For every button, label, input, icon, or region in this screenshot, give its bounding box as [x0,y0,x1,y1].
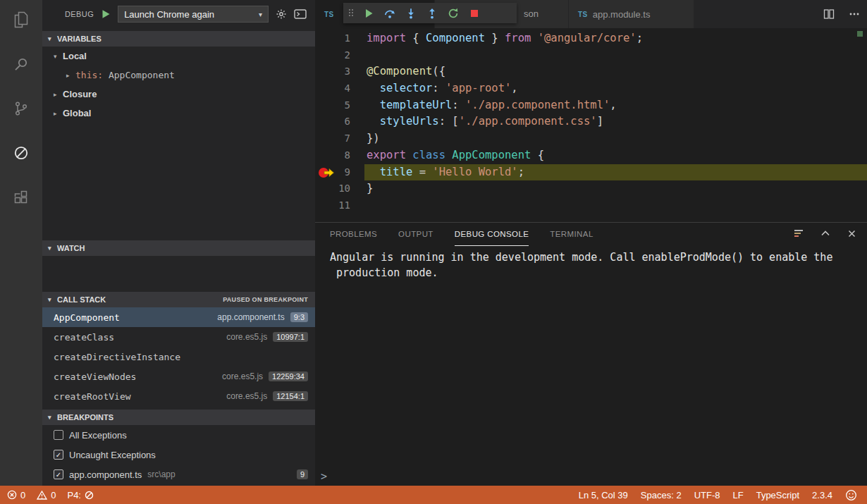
start-debug-button[interactable] [101,9,111,19]
debug-status-badge: PAUSED ON BREAKPOINT [223,296,308,303]
breakpoint-checkbox[interactable] [54,430,63,440]
gutter: 1 [315,30,350,47]
clear-console-icon[interactable] [793,228,804,239]
editor-area: TS son TS app.module.ts [315,0,867,486]
frame-position-badge: 10997:1 [273,332,308,342]
feedback-smiley-icon[interactable] [845,489,857,501]
line-number: 4 [345,80,350,97]
split-editor-icon[interactable] [823,8,835,20]
frame-name: createViewNodes [54,371,222,382]
call-stack-frame[interactable]: createDirectiveInstance [42,347,315,367]
status-item[interactable]: Ln 5, Col 39 [579,490,628,500]
maximize-panel-icon[interactable] [820,228,831,239]
line-number: 1 [345,30,350,47]
launch-config-dropdown[interactable]: Launch Chrome again ▾ [118,6,269,23]
source-control-icon[interactable] [11,99,31,118]
debug-toolbar-buttons [360,5,483,22]
status-item[interactable]: UTF-8 [694,490,720,500]
breakpoint-row[interactable]: ✓app.component.tssrc\app9 [42,465,315,484]
step-over-button[interactable] [381,5,398,22]
watch-section-header[interactable]: ▾ WATCH [42,240,315,256]
status-item[interactable]: 2.3.4 [812,490,832,500]
line-number: 10 [338,180,350,197]
errors-indicator[interactable]: 0 [7,490,25,500]
code-line[interactable]: 2 [315,47,867,64]
stop-button[interactable] [466,5,483,22]
restart-button[interactable] [445,5,462,22]
token: ; [637,32,643,44]
search-icon[interactable] [11,54,31,74]
breakpoints-section-header[interactable]: ▾ BREAKPOINTS [42,410,315,425]
token: , [511,82,517,94]
variables-scope-row[interactable]: ▸Closure [42,85,315,104]
line-number: 11 [338,197,350,214]
status-bar-right: Ln 5, Col 39Spaces: 2UTF-8LFTypeScript2.… [579,489,860,501]
toolbar-drag-handle[interactable] [349,9,355,18]
code-text: selector: 'app-root', [364,80,867,97]
code-line[interactable]: 5 templateUrl: './app.component.html', [315,97,867,114]
frame-name: createDirectiveInstance [54,352,308,362]
typescript-file-icon: TS [578,11,588,18]
call-stack-frame[interactable]: AppComponentapp.component.ts9:3 [42,307,315,327]
status-item[interactable]: TypeScript [756,490,799,500]
console-line: production mode. [330,266,867,281]
code-line[interactable]: 9 title = 'Hello World'; [315,164,867,181]
panel-tab-problems[interactable]: PROBLEMS [330,223,377,246]
call-stack-section-header[interactable]: ▾ CALL STACK PAUSED ON BREAKPOINT [42,292,315,307]
gutter: 3 [315,63,350,80]
token: } [485,32,505,44]
debug-console-input[interactable]: > [315,467,867,486]
panel-tab-terminal[interactable]: TERMINAL [550,223,593,246]
breakpoint-checkbox[interactable]: ✓ [54,469,63,479]
token: from [505,32,538,44]
status-item[interactable]: Spaces: 2 [641,490,682,500]
variable-row[interactable]: ▸this: AppComponent [42,66,315,85]
continue-button[interactable] [360,5,377,22]
breakpoint-row[interactable]: ✓Uncaught Exceptions [42,445,315,465]
variables-scope-row[interactable]: ▾Local [42,47,315,66]
variables-scope-row[interactable]: ▸Global [42,104,315,123]
section-title: VARIABLES [57,35,102,43]
code-line[interactable]: 10} [315,180,867,197]
code-editor[interactable]: 1import { Component } from '@angular/cor… [315,28,867,222]
scm-label: P4: [67,490,81,500]
code-line[interactable]: 4 selector: 'app-root', [315,80,867,97]
call-stack-frame[interactable]: createRootViewcore.es5.js12154:1 [42,386,315,406]
configure-gear-icon[interactable] [276,8,287,20]
scm-indicator[interactable]: P4: [67,490,94,500]
breakpoint-checkbox[interactable]: ✓ [54,450,63,460]
chevron-expanded-icon: ▾ [54,53,63,60]
status-item[interactable]: LF [732,490,743,500]
gutter: 4 [315,80,350,97]
frame-position-badge: 9:3 [290,312,308,322]
token: styleUrls [380,115,439,128]
step-out-button[interactable] [424,5,441,22]
close-panel-icon[interactable] [847,228,857,239]
extensions-icon[interactable] [11,188,31,207]
token: : [452,99,465,111]
code-line[interactable]: 11 [315,197,867,214]
gutter: 11 [315,197,350,214]
step-into-button[interactable] [402,5,419,22]
panel-tab-output[interactable]: OUTPUT [398,223,434,246]
token: selector [380,82,433,94]
scope-name: Local [63,51,87,61]
call-stack-frame[interactable]: createClasscore.es5.js10997:1 [42,327,315,347]
tab-app-module[interactable]: TS app.module.ts [569,0,694,28]
breakpoint-label: All Exceptions [69,430,127,441]
more-actions-icon[interactable] [849,8,860,20]
warnings-indicator[interactable]: 0 [37,490,56,500]
debug-console-toggle-icon[interactable] [294,9,307,19]
explorer-icon[interactable] [11,10,31,30]
panel-tab-debug-console[interactable]: DEBUG CONSOLE [455,223,529,246]
code-line[interactable]: 7}) [315,130,867,147]
debug-icon[interactable] [11,143,31,163]
code-line[interactable]: 3@Component({ [315,63,867,80]
code-line[interactable]: 6 styleUrls: ['./app.component.css'] [315,113,867,130]
breakpoint-row[interactable]: All Exceptions [42,425,315,445]
token: = [412,166,432,178]
code-line[interactable]: 1import { Component } from '@angular/cor… [315,30,867,47]
call-stack-frame[interactable]: createViewNodescore.es5.js12259:34 [42,367,315,386]
variables-section-header[interactable]: ▾ VARIABLES [42,31,315,47]
code-line[interactable]: 8export class AppComponent { [315,147,867,164]
